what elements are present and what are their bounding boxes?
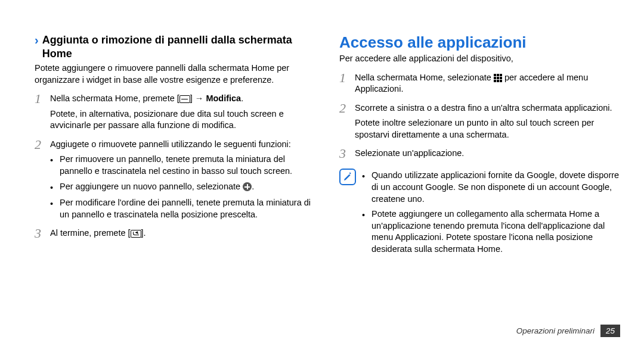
step-body: Nella schermata Home, premete [] → Modif… [50, 92, 315, 132]
left-heading: › Aggiunta o rimozione di pannelli dalla… [35, 33, 315, 60]
list-item: • Per modificare l'ordine dei pannelli, … [50, 197, 315, 220]
text: Nella schermata Home, selezionate [355, 73, 494, 82]
text: Selezionate un'applicazione. [355, 148, 620, 160]
text: Potete inoltre selezionare un punto in a… [355, 117, 620, 141]
bullet-dot: • [362, 208, 371, 222]
list-item: • Potete aggiungere un collegamento alla… [362, 208, 620, 255]
left-step-3: 3 Al termine, premete []. [35, 226, 315, 240]
menu-button-icon [179, 95, 190, 103]
list-item: • Per rimuovere un pannello, tenete prem… [50, 154, 315, 177]
left-intro: Potete aggiungere o rimuovere pannelli d… [35, 63, 315, 86]
step-body: Scorrete a sinistra o a destra fino a un… [355, 101, 620, 141]
apps-grid-icon [494, 74, 502, 82]
text: Scorrete a sinistra o a destra fino a un… [355, 102, 620, 114]
right-step-2: 2 Scorrete a sinistra o a destra fino a … [339, 101, 620, 141]
page-footer: Operazioni preliminari 25 [516, 325, 620, 337]
right-title: Accesso alle applicazioni [339, 33, 620, 52]
step-body: Nella schermata Home, selezionate per ac… [355, 71, 620, 95]
text: Per rimuovere un pannello, tenete premut… [60, 154, 315, 177]
text: Per modificare l'ordine dei pannelli, te… [60, 197, 315, 220]
left-step-1: 1 Nella schermata Home, premete [] → Mod… [35, 92, 315, 132]
footer-page-number: 25 [600, 325, 620, 337]
right-steps: 1 Nella schermata Home, selezionate per … [339, 71, 620, 161]
step-number: 2 [339, 101, 355, 115]
step-body: Aggiugete o rimuovete pannelli utilizzan… [50, 138, 315, 220]
text-bold: Modifica [206, 94, 241, 103]
text: ] → [190, 94, 206, 103]
text: ]. [141, 228, 146, 238]
chevron-icon: › [35, 33, 39, 46]
left-column: › Aggiunta o rimozione di pannelli dalla… [35, 33, 315, 255]
bullet-dot: • [50, 197, 60, 210]
note-icon [339, 169, 356, 185]
right-intro: Per accedere alle applicazioni del dispo… [339, 53, 620, 65]
bullet-dot: • [50, 181, 60, 194]
bullet-dot: • [362, 170, 371, 183]
note-block: • Quando utilizzate applicazioni fornite… [339, 166, 620, 255]
right-step-3: 3 Selezionate un'applicazione. [339, 147, 620, 160]
left-steps: 1 Nella schermata Home, premete [] → Mod… [35, 92, 315, 240]
page-columns: › Aggiunta o rimozione di pannelli dalla… [35, 33, 620, 255]
text: Nella schermata Home, premete [ [50, 94, 179, 103]
text: Aggiugete o rimuovete pannelli utilizzan… [50, 139, 315, 151]
add-icon [243, 182, 252, 191]
step-number: 1 [339, 71, 355, 85]
step-body: Al termine, premete []. [50, 226, 315, 239]
left-step-2: 2 Aggiugete o rimuovete pannelli utilizz… [35, 138, 315, 220]
text: Quando utilizzate applicazioni fornite d… [371, 170, 620, 205]
step-number: 1 [35, 92, 50, 105]
step-number: 3 [339, 147, 355, 160]
note-body: • Quando utilizzate applicazioni fornite… [362, 166, 620, 255]
footer-label: Operazioni preliminari [516, 326, 595, 335]
left-bullets: • Per rimuovere un pannello, tenete prem… [50, 154, 315, 220]
list-item: • Per aggiungere un nuovo pannello, sele… [50, 181, 315, 194]
step-number: 3 [35, 226, 50, 240]
bullet-dot: • [50, 154, 60, 167]
text: Potete aggiungere un collegamento alla s… [371, 208, 620, 255]
step-body: Selezionate un'applicazione. [355, 147, 620, 160]
text: . [252, 182, 254, 191]
text: Potete, in alternativa, posizionare due … [50, 108, 315, 132]
left-heading-text: Aggiunta o rimozione di pannelli dalla s… [42, 33, 315, 60]
right-column: Accesso alle applicazioni Per accedere a… [339, 33, 620, 255]
back-button-icon [131, 230, 141, 238]
text: Per aggiungere un nuovo pannello, selezi… [60, 182, 243, 191]
text: . [241, 94, 243, 103]
right-step-1: 1 Nella schermata Home, selezionate per … [339, 71, 620, 95]
step-number: 2 [35, 138, 50, 151]
list-item: • Quando utilizzate applicazioni fornite… [362, 170, 620, 205]
text: Al termine, premete [ [50, 228, 131, 238]
